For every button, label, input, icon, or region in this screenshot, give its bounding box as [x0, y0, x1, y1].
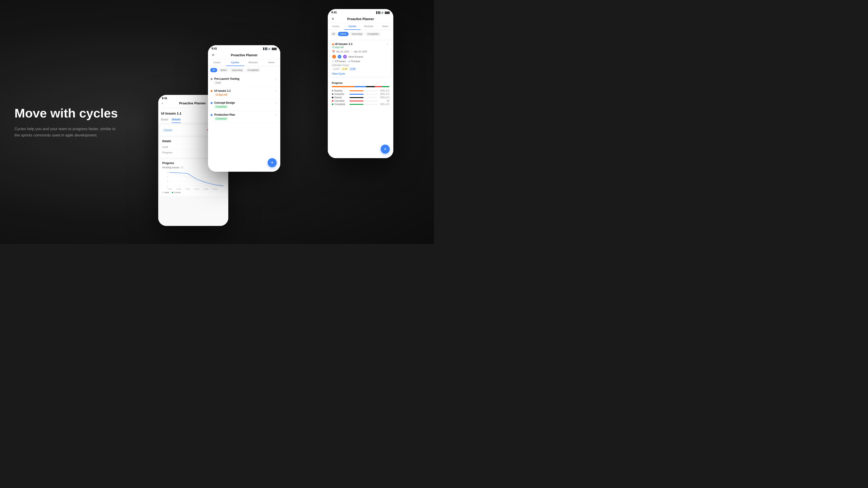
back-button-detail[interactable]: ‹ — [161, 101, 164, 106]
issues-74: ● 74 Issues — [348, 60, 360, 63]
bar-fill-unstarted — [349, 94, 364, 95]
cycle-name-prelaunch: Pre-Launch Testing — [214, 77, 273, 80]
battery-icon-list: ▓▓▓ — [272, 47, 277, 50]
status-bar-list: 9:41 ▐▐▐ 🔊 ▓▓▓ — [208, 45, 280, 51]
ideal-label: Ideal — [164, 191, 169, 194]
estimates-label: Estimates Scope — [332, 64, 389, 66]
filter-active-cycle[interactable]: Active — [338, 32, 348, 36]
hero-section: Move with cycles Cycles help you and you… — [14, 106, 118, 138]
cycle-card: UI Issues 1.1 13 days left ☆ 📅 Jan 16, 2… — [330, 40, 392, 77]
lead-label: Lead — [162, 145, 168, 148]
cycle-dot-ui — [211, 90, 213, 92]
tab-cycles-cycle[interactable]: Cycles — [344, 23, 361, 30]
filter-all[interactable]: All — [210, 68, 217, 72]
tab-issues-list[interactable]: Issues — [208, 59, 226, 66]
progress-row-unstarted: Unstarted 50% of 3 — [332, 93, 389, 95]
svg-text:1: 1 — [167, 185, 168, 187]
status-time-list: 9:41 — [212, 47, 217, 50]
filter-upcoming-cycle[interactable]: Upcoming — [349, 32, 364, 36]
fab-cycle[interactable]: + — [381, 144, 390, 154]
wifi-icon-cycle: 🔊 — [381, 11, 384, 14]
cycle-item-concept[interactable]: Concept Design Completed ☆ — [208, 99, 280, 111]
card-dot — [332, 43, 334, 45]
current-label: Current — [174, 191, 181, 194]
pct-backlog: 50% of 3 — [379, 90, 389, 92]
issues-175: ⬡ 175 Issues — [332, 60, 346, 63]
cycle-item-ui[interactable]: UI issues 1.1 13 days left ☆ — [208, 87, 280, 99]
filter-active[interactable]: Active — [218, 68, 229, 72]
progress-label-started: Started — [332, 96, 348, 99]
filter-all-cycle[interactable]: All — [330, 32, 337, 36]
tab-board[interactable]: Board — [161, 117, 168, 123]
star-icon-prelaunch[interactable]: ☆ — [275, 77, 278, 81]
progress-row-cancelled: Cancelled 50 — [332, 100, 389, 102]
filter-bar-list: All Active Upcoming Completed — [208, 66, 280, 74]
view-cycle-link[interactable]: View Cycle — [332, 72, 389, 75]
tab-bar-list: Issues Cycles Modules Views — [208, 59, 280, 66]
avatar-primary: V — [332, 55, 336, 59]
dot-unstarted — [332, 93, 333, 95]
bar-fill-backlog — [349, 90, 364, 91]
tab-modules-list[interactable]: Modules — [244, 59, 262, 66]
current-dot — [172, 192, 173, 193]
phone-cycle: 9:41 ▐▐▐ 🔊 ▓▓▓ ✕ Proactive Planner Issue… — [328, 9, 393, 158]
avatar-3: M — [343, 55, 347, 59]
member-name: Vamsi Kurama — [348, 56, 363, 58]
bar-fill-started — [349, 97, 364, 98]
svg-text:2: 2 — [167, 181, 168, 182]
signal-icon-list: ▐▐▐ — [262, 47, 267, 50]
bar-wrap-backlog — [349, 90, 377, 91]
wifi-icon-list: 🔊 — [268, 47, 271, 50]
progress-label-cancelled: Cancelled — [332, 100, 348, 102]
dot-backlog — [332, 90, 333, 92]
fab-list[interactable]: + — [268, 158, 277, 167]
chart-svg: 4 3 2 1 7 May 8 May 9 May 10 May 11 May — [162, 170, 224, 191]
svg-text:8 May: 8 May — [176, 188, 181, 190]
progress-label-unstarted: Unstarted — [332, 93, 348, 95]
close-button-cycle[interactable]: ✕ — [331, 16, 335, 22]
status-icons-list: ▐▐▐ 🔊 ▓▓▓ — [262, 47, 277, 50]
star-icon-card[interactable]: ☆ — [386, 42, 389, 46]
svg-text:12 May: 12 May — [212, 188, 217, 190]
svg-text:7 May: 7 May — [167, 188, 172, 190]
date-from: Jan 16, 2022 — [336, 51, 349, 53]
cycle-info-concept: Concept Design Completed — [214, 101, 273, 108]
close-button-list[interactable]: ✕ — [211, 53, 215, 58]
bar-wrap-unstarted — [349, 94, 377, 95]
cycle-status-ui: 13 days left — [214, 93, 228, 96]
tab-issues-cycle[interactable]: Issues — [328, 23, 344, 30]
filter-upcoming[interactable]: Upcoming — [230, 68, 244, 72]
tab-modules-cycle[interactable]: Modules — [361, 23, 377, 30]
svg-text:10 May: 10 May — [194, 188, 199, 190]
progress-field-label: Progress — [162, 151, 172, 154]
dot-started — [332, 97, 333, 98]
cycle-item-prelaunch[interactable]: Pre-Launch Testing Draft ☆ — [208, 75, 280, 87]
pct-cancelled: 50 — [379, 100, 389, 102]
cycle-info-production: Production Plan Completed — [214, 113, 273, 121]
estimate-tags: △ 117 ⚠ 24 △ 35 — [332, 67, 389, 70]
bar-wrap-cancelled — [349, 101, 377, 101]
star-icon-ui[interactable]: ☆ — [275, 89, 278, 93]
status-bar-cycle: 9:41 ▐▐▐ 🔊 ▓▓▓ — [328, 9, 393, 15]
tab-views-list[interactable]: Views — [262, 59, 280, 66]
tab-cycles-list[interactable]: Cycles — [226, 59, 244, 66]
progress-bar-main — [332, 86, 389, 87]
filter-completed[interactable]: Completed — [245, 68, 260, 72]
status-time-cycle: 9:41 — [331, 11, 337, 14]
tab-views-cycle[interactable]: Views — [377, 23, 394, 30]
legend-ideal: Ideal — [162, 191, 169, 194]
dot-cancelled — [332, 100, 333, 102]
star-icon-concept[interactable]: ☆ — [275, 101, 278, 105]
bar-wrap-started — [349, 97, 377, 98]
progress-section-card: Progress Backlog 50% of 3 — [330, 79, 392, 109]
bar-wrap-completed — [349, 104, 377, 105]
cycle-item-production[interactable]: Production Plan Completed ☆ — [208, 111, 280, 123]
cycle-name-concept: Concept Design — [214, 101, 273, 104]
tab-details[interactable]: Details — [172, 117, 181, 123]
pct-completed: 50% of 3 — [379, 103, 389, 105]
filter-completed-cycle[interactable]: Completed — [365, 32, 380, 36]
star-icon-production[interactable]: ☆ — [275, 113, 278, 117]
nav-bar-list: ✕ Proactive Planner — [208, 51, 280, 59]
cycle-status-concept: Completed — [214, 105, 228, 108]
bar-fill-cancelled — [349, 101, 364, 101]
